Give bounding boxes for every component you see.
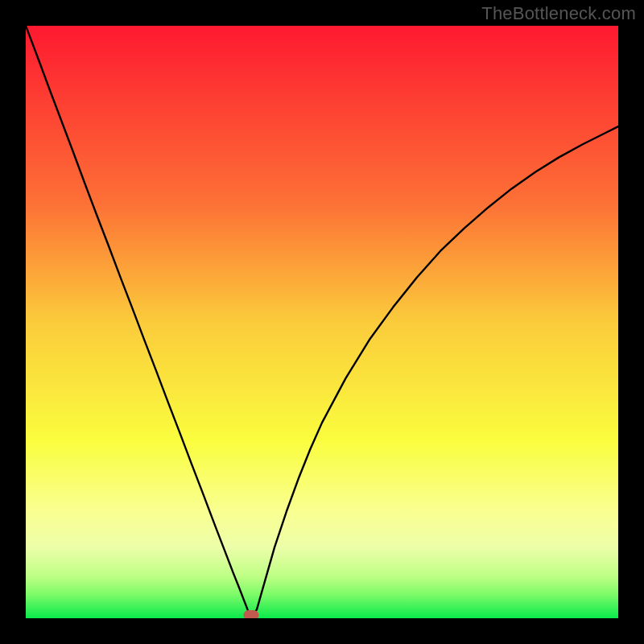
chart-frame: TheBottleneck.com — [0, 0, 644, 644]
plot-area — [26, 26, 618, 618]
bottleneck-curve — [26, 26, 618, 615]
watermark-text: TheBottleneck.com — [481, 3, 636, 24]
optimum-marker — [243, 610, 258, 618]
curve-svg — [26, 26, 618, 618]
